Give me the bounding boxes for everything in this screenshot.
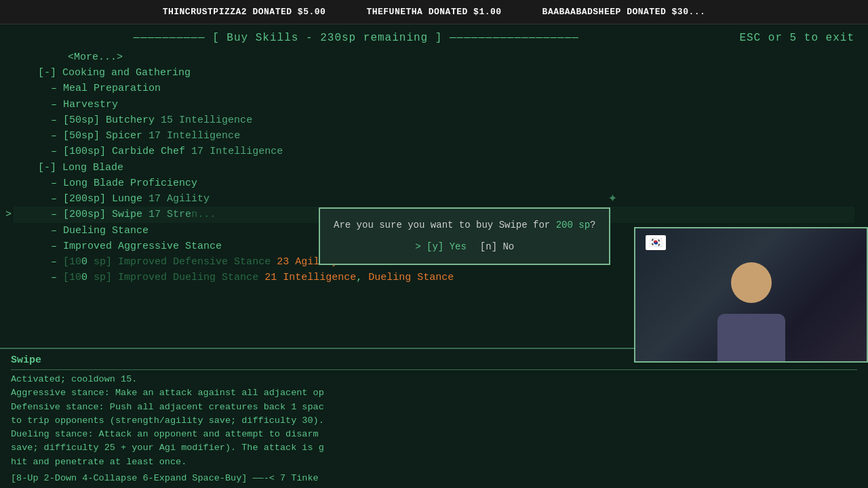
more-label[interactable]: <More...> bbox=[14, 49, 854, 65]
confirm-dialog: Are you sure you want to buy Swipe for 2… bbox=[319, 207, 610, 265]
desc-line-7: hit and penetrate at least once. bbox=[11, 455, 857, 469]
desc-line-5: Dueling stance: Attack an opponent and a… bbox=[11, 428, 857, 441]
desc-line-6: save; difficulty 25 + your Agi modifier)… bbox=[11, 441, 857, 455]
donation-3: BAABAABADSHEEP DONATED $30... bbox=[542, 7, 706, 17]
dialog-no-button[interactable]: [n] No bbox=[480, 240, 514, 255]
webcam-overlay: 🇰🇷 bbox=[634, 227, 868, 363]
desc-line-3: Defensive stance: Push all adjacent crea… bbox=[11, 401, 857, 414]
cooking-header[interactable]: [-] Cooking and Gathering bbox=[14, 65, 854, 81]
desc-line-2: Aggressive stance: Make an attack agains… bbox=[11, 386, 857, 400]
skill-long-blade-prof[interactable]: – Long Blade Proficiency bbox=[14, 176, 854, 191]
desc-text: Activated; cooldown 15. Aggressive stanc… bbox=[11, 373, 857, 469]
dialog-options: > [y] Yes [n] No bbox=[334, 240, 595, 255]
desc-line-1: Activated; cooldown 15. bbox=[11, 373, 857, 386]
deco-tree-icon: ✦ bbox=[608, 187, 617, 210]
skill-harvestry[interactable]: – Harvestry bbox=[14, 97, 854, 113]
header-dashes-left: —————————— bbox=[134, 32, 205, 44]
donation-bar: THINCRUSTPIZZA2 DONATED $5.00 THEFUNETHA… bbox=[0, 0, 868, 24]
header-exit: ESC or 5 to exit bbox=[739, 30, 854, 47]
skill-butchery[interactable]: – [50sp] Butchery 15 Intelligence bbox=[14, 113, 854, 128]
header-title: [ Buy Skills - 230sp remaining ] bbox=[212, 32, 442, 44]
donation-2: THEFUNETHA DONATED $1.00 bbox=[366, 7, 501, 17]
header-line: —————————— [ Buy Skills - 230sp remainin… bbox=[14, 30, 854, 47]
webcam-feed: 🇰🇷 bbox=[635, 228, 867, 361]
desc-line-4: to trip opponents (strength/agility save… bbox=[11, 414, 857, 428]
skill-meal-prep[interactable]: – Meal Preparation bbox=[14, 81, 854, 96]
person-head bbox=[731, 262, 772, 303]
dialog-cost: 200 sp bbox=[556, 220, 590, 230]
game-area: —————————— [ Buy Skills - 230sp remainin… bbox=[0, 24, 868, 488]
dialog-message: Are you sure you want to buy Swipe for 2… bbox=[334, 218, 595, 233]
category-cooking: [-] Cooking and Gathering – Meal Prepara… bbox=[14, 65, 854, 160]
desc-panel: Swipe Activated; cooldown 15. Aggressive… bbox=[0, 348, 868, 489]
person-body bbox=[717, 314, 785, 361]
skill-lunge[interactable]: – [200sp] Lunge 17 Agility bbox=[14, 191, 854, 207]
donation-1: THINCRUSTPIZZA2 DONATED $5.00 bbox=[163, 7, 326, 17]
dialog-yes-button[interactable]: > [y] Yes bbox=[415, 240, 467, 255]
hotbar-line: [8-Up 2-Down 4-Collapse 6-Expand Space-B… bbox=[11, 472, 857, 485]
long-blade-header[interactable]: [-] Long Blade bbox=[14, 160, 854, 176]
header-dashes-right: —————————————————— bbox=[450, 32, 579, 44]
flag-icon: 🇰🇷 bbox=[646, 235, 666, 250]
skill-spicer[interactable]: – [50sp] Spicer 17 Intelligence bbox=[14, 128, 854, 144]
skill-carbide-chef[interactable]: – [100sp] Carbide Chef 17 Intelligence bbox=[14, 144, 854, 159]
